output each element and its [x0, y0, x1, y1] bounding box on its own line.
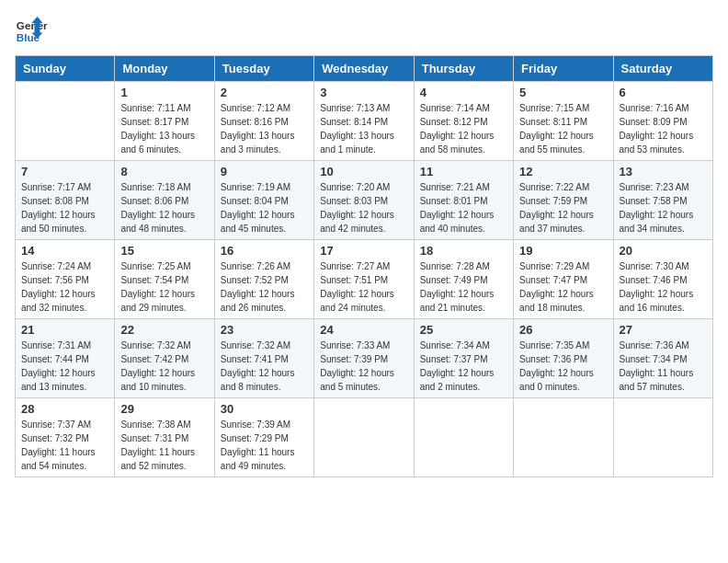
day-number: 5: [519, 86, 607, 99]
col-header-sunday: Sunday: [16, 56, 115, 82]
calendar-cell: 3Sunrise: 7:13 AM Sunset: 8:14 PM Daylig…: [314, 82, 414, 161]
page-header: General Blue: [15, 15, 713, 48]
day-number: 2: [221, 86, 308, 99]
day-info: Sunrise: 7:36 AM Sunset: 7:34 PM Dayligh…: [620, 339, 707, 394]
day-info: Sunrise: 7:22 AM Sunset: 7:59 PM Dayligh…: [519, 180, 607, 236]
day-number: 25: [420, 323, 507, 337]
day-info: Sunrise: 7:37 AM Sunset: 7:32 PM Dayligh…: [21, 418, 108, 473]
day-number: 22: [120, 323, 208, 337]
col-header-wednesday: Wednesday: [314, 56, 414, 82]
calendar-cell: 4Sunrise: 7:14 AM Sunset: 8:12 PM Daylig…: [414, 82, 513, 161]
day-number: 15: [120, 244, 208, 258]
day-info: Sunrise: 7:27 AM Sunset: 7:51 PM Dayligh…: [320, 259, 407, 315]
calendar-cell: 10Sunrise: 7:20 AM Sunset: 8:03 PM Dayli…: [314, 161, 414, 240]
calendar-cell: 28Sunrise: 7:37 AM Sunset: 7:32 PM Dayli…: [16, 398, 115, 477]
day-info: Sunrise: 7:13 AM Sunset: 8:14 PM Dayligh…: [320, 101, 407, 156]
day-info: Sunrise: 7:19 AM Sunset: 8:04 PM Dayligh…: [221, 180, 308, 236]
day-number: 9: [221, 165, 308, 178]
calendar-cell: 21Sunrise: 7:31 AM Sunset: 7:44 PM Dayli…: [16, 319, 115, 398]
week-row-5: 28Sunrise: 7:37 AM Sunset: 7:32 PM Dayli…: [16, 398, 713, 477]
day-info: Sunrise: 7:24 AM Sunset: 7:56 PM Dayligh…: [21, 259, 108, 315]
day-info: Sunrise: 7:38 AM Sunset: 7:31 PM Dayligh…: [120, 418, 208, 473]
day-info: Sunrise: 7:34 AM Sunset: 7:37 PM Dayligh…: [420, 339, 507, 394]
day-info: Sunrise: 7:17 AM Sunset: 8:08 PM Dayligh…: [21, 180, 108, 236]
day-number: 1: [120, 86, 208, 99]
day-number: 19: [519, 244, 607, 258]
col-header-tuesday: Tuesday: [214, 56, 313, 82]
day-info: Sunrise: 7:21 AM Sunset: 8:01 PM Dayligh…: [420, 180, 507, 236]
day-number: 7: [21, 165, 108, 178]
day-info: Sunrise: 7:35 AM Sunset: 7:36 PM Dayligh…: [519, 339, 607, 394]
day-number: 23: [221, 323, 308, 337]
day-number: 24: [320, 323, 407, 337]
day-number: 27: [620, 323, 707, 337]
day-info: Sunrise: 7:23 AM Sunset: 7:58 PM Dayligh…: [620, 180, 707, 236]
day-info: Sunrise: 7:39 AM Sunset: 7:29 PM Dayligh…: [221, 418, 308, 473]
logo: General Blue: [15, 15, 48, 48]
day-info: Sunrise: 7:30 AM Sunset: 7:46 PM Dayligh…: [620, 259, 707, 315]
week-row-2: 7Sunrise: 7:17 AM Sunset: 8:08 PM Daylig…: [16, 161, 713, 240]
week-row-1: 1Sunrise: 7:11 AM Sunset: 8:17 PM Daylig…: [16, 82, 713, 161]
week-row-4: 21Sunrise: 7:31 AM Sunset: 7:44 PM Dayli…: [16, 319, 713, 398]
day-info: Sunrise: 7:33 AM Sunset: 7:39 PM Dayligh…: [320, 339, 407, 394]
calendar-cell: 8Sunrise: 7:18 AM Sunset: 8:06 PM Daylig…: [115, 161, 214, 240]
day-number: 21: [21, 323, 108, 337]
day-number: 6: [620, 86, 707, 99]
calendar-cell: 23Sunrise: 7:32 AM Sunset: 7:41 PM Dayli…: [214, 319, 313, 398]
calendar-cell: [414, 398, 513, 477]
day-info: Sunrise: 7:12 AM Sunset: 8:16 PM Dayligh…: [221, 101, 308, 156]
calendar-cell: [314, 398, 414, 477]
calendar-cell: 6Sunrise: 7:16 AM Sunset: 8:09 PM Daylig…: [613, 82, 712, 161]
calendar-cell: 11Sunrise: 7:21 AM Sunset: 8:01 PM Dayli…: [414, 161, 513, 240]
calendar-cell: 9Sunrise: 7:19 AM Sunset: 8:04 PM Daylig…: [214, 161, 313, 240]
day-info: Sunrise: 7:20 AM Sunset: 8:03 PM Dayligh…: [320, 180, 407, 236]
calendar-cell: 13Sunrise: 7:23 AM Sunset: 7:58 PM Dayli…: [613, 161, 712, 240]
calendar-cell: 27Sunrise: 7:36 AM Sunset: 7:34 PM Dayli…: [613, 319, 712, 398]
day-number: 18: [420, 244, 507, 258]
calendar-cell: 19Sunrise: 7:29 AM Sunset: 7:47 PM Dayli…: [514, 240, 613, 319]
calendar-cell: [514, 398, 613, 477]
day-number: 29: [120, 402, 208, 416]
calendar-cell: 22Sunrise: 7:32 AM Sunset: 7:42 PM Dayli…: [115, 319, 214, 398]
calendar-cell: [613, 398, 712, 477]
calendar-cell: 16Sunrise: 7:26 AM Sunset: 7:52 PM Dayli…: [214, 240, 313, 319]
calendar-cell: 5Sunrise: 7:15 AM Sunset: 8:11 PM Daylig…: [514, 82, 613, 161]
header-row: SundayMondayTuesdayWednesdayThursdayFrid…: [16, 56, 713, 82]
day-number: 13: [620, 165, 707, 178]
calendar-cell: 30Sunrise: 7:39 AM Sunset: 7:29 PM Dayli…: [214, 398, 313, 477]
calendar-cell: 24Sunrise: 7:33 AM Sunset: 7:39 PM Dayli…: [314, 319, 414, 398]
day-number: 26: [519, 323, 607, 337]
col-header-thursday: Thursday: [414, 56, 513, 82]
calendar-cell: [16, 82, 115, 161]
calendar-cell: 29Sunrise: 7:38 AM Sunset: 7:31 PM Dayli…: [115, 398, 214, 477]
day-number: 11: [420, 165, 507, 178]
day-number: 20: [620, 244, 707, 258]
calendar-cell: 7Sunrise: 7:17 AM Sunset: 8:08 PM Daylig…: [16, 161, 115, 240]
svg-text:General: General: [17, 19, 48, 31]
day-info: Sunrise: 7:32 AM Sunset: 7:41 PM Dayligh…: [221, 339, 308, 394]
calendar-cell: 15Sunrise: 7:25 AM Sunset: 7:54 PM Dayli…: [115, 240, 214, 319]
calendar-cell: 26Sunrise: 7:35 AM Sunset: 7:36 PM Dayli…: [514, 319, 613, 398]
day-info: Sunrise: 7:32 AM Sunset: 7:42 PM Dayligh…: [120, 339, 208, 394]
col-header-friday: Friday: [514, 56, 613, 82]
day-number: 30: [221, 402, 308, 416]
col-header-saturday: Saturday: [613, 56, 712, 82]
day-info: Sunrise: 7:25 AM Sunset: 7:54 PM Dayligh…: [120, 259, 208, 315]
day-number: 14: [21, 244, 108, 258]
week-row-3: 14Sunrise: 7:24 AM Sunset: 7:56 PM Dayli…: [16, 240, 713, 319]
day-info: Sunrise: 7:26 AM Sunset: 7:52 PM Dayligh…: [221, 259, 308, 315]
calendar-cell: 14Sunrise: 7:24 AM Sunset: 7:56 PM Dayli…: [16, 240, 115, 319]
logo-icon: General Blue: [15, 15, 48, 48]
day-info: Sunrise: 7:18 AM Sunset: 8:06 PM Dayligh…: [120, 180, 208, 236]
day-info: Sunrise: 7:11 AM Sunset: 8:17 PM Dayligh…: [120, 101, 208, 156]
col-header-monday: Monday: [115, 56, 214, 82]
day-info: Sunrise: 7:15 AM Sunset: 8:11 PM Dayligh…: [519, 101, 607, 156]
day-info: Sunrise: 7:14 AM Sunset: 8:12 PM Dayligh…: [420, 101, 507, 156]
day-info: Sunrise: 7:28 AM Sunset: 7:49 PM Dayligh…: [420, 259, 507, 315]
calendar-table: SundayMondayTuesdayWednesdayThursdayFrid…: [15, 55, 713, 477]
calendar-cell: 17Sunrise: 7:27 AM Sunset: 7:51 PM Dayli…: [314, 240, 414, 319]
calendar-cell: 18Sunrise: 7:28 AM Sunset: 7:49 PM Dayli…: [414, 240, 513, 319]
day-number: 28: [21, 402, 108, 416]
day-info: Sunrise: 7:29 AM Sunset: 7:47 PM Dayligh…: [519, 259, 607, 315]
day-number: 8: [120, 165, 208, 178]
